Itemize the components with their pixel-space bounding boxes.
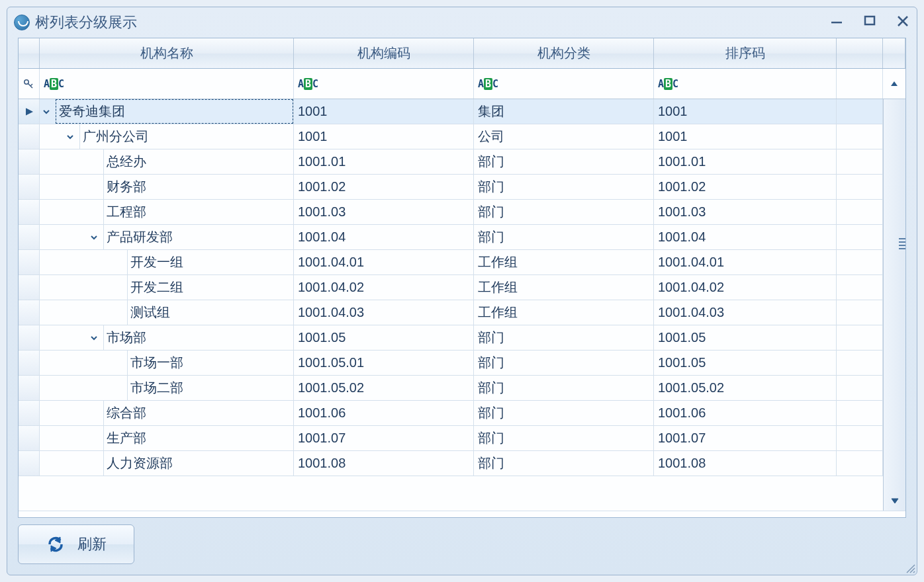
cell-code[interactable]: 1001.04.01 [294, 250, 474, 275]
table-row[interactable]: 产品研发部1001.04部门1001.04 [19, 225, 883, 250]
cell-code[interactable]: 1001.03 [294, 200, 474, 225]
cell-sort[interactable]: 1001.04.03 [654, 300, 837, 325]
filter-cell-category[interactable]: ABC [474, 69, 654, 99]
name-text[interactable]: 市场部 [103, 325, 293, 350]
cell-sort[interactable]: 1001.01 [654, 149, 837, 175]
cell-category[interactable]: 部门 [474, 200, 654, 225]
cell-category[interactable]: 部门 [474, 351, 654, 376]
name-text[interactable]: 开发二组 [127, 275, 293, 300]
cell-code[interactable]: 1001.04.02 [294, 275, 474, 300]
refresh-button[interactable]: 刷新 [18, 524, 134, 564]
cell-category[interactable]: 部门 [474, 149, 654, 175]
column-header-code[interactable]: 机构编码 [294, 38, 474, 68]
column-header-category[interactable]: 机构分类 [474, 38, 654, 68]
cell-category[interactable]: 部门 [474, 225, 654, 250]
cell-name[interactable]: 开发一组 [40, 250, 294, 275]
cell-category[interactable]: 工作组 [474, 250, 654, 275]
cell-code[interactable]: 1001.05.02 [294, 376, 474, 401]
cell-name[interactable]: 财务部 [40, 175, 294, 200]
table-row[interactable]: 市场一部1001.05.01部门1001.05 [19, 351, 883, 376]
cell-category[interactable]: 公司 [474, 124, 654, 149]
cell-code[interactable]: 1001.02 [294, 175, 474, 200]
cell-sort[interactable]: 1001 [654, 124, 837, 149]
minimize-button[interactable] [829, 13, 844, 32]
filter-cell-sort[interactable]: ABC [654, 69, 837, 99]
table-row[interactable]: 财务部1001.02部门1001.02 [19, 175, 883, 200]
cell-code[interactable]: 1001.07 [294, 426, 474, 451]
chevron-down-icon[interactable] [64, 130, 77, 144]
name-text[interactable]: 爱奇迪集团 [56, 99, 293, 124]
name-text[interactable]: 产品研发部 [103, 225, 293, 249]
cell-code[interactable]: 1001.05.01 [294, 351, 474, 376]
cell-sort[interactable]: 1001.04.02 [654, 275, 837, 300]
cell-name[interactable]: 市场一部 [40, 351, 294, 376]
chevron-down-icon[interactable] [87, 231, 101, 244]
cell-name[interactable]: 市场二部 [40, 376, 294, 401]
chevron-down-icon[interactable] [87, 331, 101, 345]
cell-sort[interactable]: 1001.07 [654, 426, 837, 451]
table-row[interactable]: 开发一组1001.04.01工作组1001.04.01 [19, 250, 883, 275]
cell-name[interactable]: 市场部 [40, 325, 294, 351]
column-header-name[interactable]: 机构名称 [40, 38, 294, 68]
cell-sort[interactable]: 1001.05 [654, 351, 837, 376]
scroll-up-button[interactable] [883, 69, 905, 99]
table-row[interactable]: 市场二部1001.05.02部门1001.05.02 [19, 376, 883, 401]
table-row[interactable]: 总经办1001.01部门1001.01 [19, 149, 883, 175]
cell-sort[interactable]: 1001.05 [654, 325, 837, 351]
table-row[interactable]: 市场部1001.05部门1001.05 [19, 325, 883, 351]
name-text[interactable]: 测试组 [127, 300, 293, 325]
column-header-sort[interactable]: 排序码 [654, 38, 837, 68]
cell-name[interactable]: 综合部 [40, 401, 294, 426]
table-row[interactable]: 开发二组1001.04.02工作组1001.04.02 [19, 275, 883, 300]
table-row[interactable]: 综合部1001.06部门1001.06 [19, 401, 883, 426]
cell-code[interactable]: 1001.04 [294, 225, 474, 250]
cell-category[interactable]: 部门 [474, 451, 654, 476]
name-text[interactable]: 财务部 [103, 175, 293, 199]
name-text[interactable]: 市场二部 [127, 376, 293, 400]
cell-name[interactable]: 测试组 [40, 300, 294, 325]
cell-category[interactable]: 工作组 [474, 300, 654, 325]
cell-code[interactable]: 1001.01 [294, 149, 474, 175]
cell-sort[interactable]: 1001.02 [654, 175, 837, 200]
cell-sort[interactable]: 1001.06 [654, 401, 837, 426]
cell-name[interactable]: 总经办 [40, 149, 294, 175]
cell-category[interactable]: 集团 [474, 99, 654, 124]
cell-code[interactable]: 1001 [294, 99, 474, 124]
cell-category[interactable]: 工作组 [474, 275, 654, 300]
filter-cell-code[interactable]: ABC [294, 69, 474, 99]
name-text[interactable]: 综合部 [103, 401, 293, 425]
cell-sort[interactable]: 1001 [654, 99, 837, 124]
maximize-button[interactable] [862, 13, 877, 32]
scroll-down-button[interactable] [884, 491, 905, 511]
cell-name[interactable]: 爱奇迪集团 [40, 99, 294, 124]
cell-sort[interactable]: 1001.05.02 [654, 376, 837, 401]
cell-name[interactable]: 广州分公司 [40, 124, 294, 149]
cell-name[interactable]: 人力资源部 [40, 451, 294, 476]
cell-name[interactable]: 产品研发部 [40, 225, 294, 250]
name-text[interactable]: 生产部 [103, 426, 293, 450]
table-row[interactable]: 工程部1001.03部门1001.03 [19, 200, 883, 225]
name-text[interactable]: 总经办 [103, 149, 293, 174]
table-row[interactable]: 生产部1001.07部门1001.07 [19, 426, 883, 451]
cell-sort[interactable]: 1001.08 [654, 451, 837, 476]
cell-name[interactable]: 开发二组 [40, 275, 294, 300]
table-row[interactable]: 广州分公司1001公司1001 [19, 124, 883, 149]
chevron-down-icon[interactable] [40, 105, 53, 118]
table-row[interactable]: 人力资源部1001.08部门1001.08 [19, 451, 883, 476]
name-text[interactable]: 开发一组 [127, 250, 293, 274]
filter-cell-name[interactable]: ABC [40, 69, 294, 99]
resize-grip-icon[interactable] [905, 563, 915, 573]
name-text[interactable]: 广州分公司 [79, 124, 293, 149]
cell-code[interactable]: 1001.08 [294, 451, 474, 476]
cell-name[interactable]: 生产部 [40, 426, 294, 451]
cell-code[interactable]: 1001.06 [294, 401, 474, 426]
cell-name[interactable]: 工程部 [40, 200, 294, 225]
cell-category[interactable]: 部门 [474, 175, 654, 200]
name-text[interactable]: 市场一部 [127, 351, 293, 375]
cell-sort[interactable]: 1001.04 [654, 225, 837, 250]
name-text[interactable]: 人力资源部 [103, 451, 293, 476]
cell-category[interactable]: 部门 [474, 401, 654, 426]
cell-code[interactable]: 1001 [294, 124, 474, 149]
cell-category[interactable]: 部门 [474, 325, 654, 351]
vertical-scrollbar[interactable] [883, 99, 905, 511]
